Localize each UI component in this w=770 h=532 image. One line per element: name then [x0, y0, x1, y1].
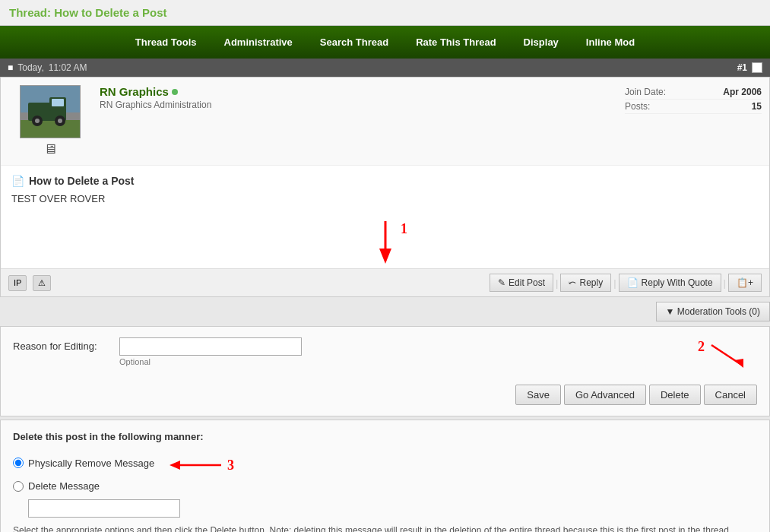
reason-input-area: Optional: [119, 337, 681, 366]
ip-button[interactable]: IP: [8, 275, 27, 291]
svg-text:1: 1: [401, 221, 407, 236]
nav-administrative[interactable]: Administrative: [211, 26, 306, 59]
reason-row: Reason for Editing: Optional 2: [13, 337, 757, 378]
nav-thread-tools[interactable]: Thread Tools: [122, 26, 211, 59]
join-date-row: Join Date: Apr 2006: [625, 85, 762, 100]
reply-with-quote-button[interactable]: 📄 Reply With Quote: [619, 274, 721, 292]
delete-message-option[interactable]: Delete Message: [13, 480, 757, 492]
join-date-label: Join Date:: [625, 87, 666, 97]
form-actions: Save Go Advanced Delete Cancel: [13, 385, 757, 405]
post-select-checkbox[interactable]: [752, 62, 762, 73]
quote-icon: 📄: [627, 277, 638, 288]
delete-warning: Select the appropriate options and then …: [13, 524, 757, 532]
option1-row: Physically Remove Message 3: [13, 450, 757, 480]
post-icon: ■: [8, 62, 13, 73]
delete-section: Delete this post in the following manner…: [0, 420, 770, 532]
separator-2: |: [612, 277, 617, 289]
nav-bar: Thread Tools Administrative Search Threa…: [0, 26, 770, 59]
nav-display[interactable]: Display: [510, 26, 572, 59]
post-date: Today,: [17, 62, 43, 73]
arrow-2-svg: 2: [696, 337, 757, 375]
annotation-2: 2: [681, 337, 757, 378]
annotation-arrow-1: 1: [1, 214, 769, 268]
svg-marker-17: [170, 461, 180, 470]
svg-text:3: 3: [227, 458, 234, 473]
svg-point-9: [58, 119, 62, 123]
delete-message-label: Delete Message: [28, 480, 100, 492]
delete-title: Delete this post in the following manner…: [13, 431, 757, 442]
svg-rect-5: [52, 99, 64, 106]
monitor-icon: 🖥: [43, 141, 57, 157]
join-date-value: Apr 2006: [708, 87, 762, 97]
reason-input[interactable]: [119, 337, 302, 356]
mod-tools-bar: ▼ Moderation Tools (0): [0, 297, 770, 326]
edit-icon: ✎: [498, 277, 505, 288]
delete-button[interactable]: Delete: [649, 385, 701, 405]
post-meta-right: #1: [737, 62, 762, 73]
edit-form: Reason for Editing: Optional 2 Save Go A…: [0, 326, 770, 416]
nav-rate-this-thread[interactable]: Rate This Thread: [402, 26, 509, 59]
svg-marker-15: [734, 359, 743, 368]
reason-label: Reason for Editing:: [13, 337, 119, 352]
posts-row: Posts: 15: [625, 100, 762, 114]
action-icons: IP ⚠: [8, 275, 51, 291]
nav-search-thread[interactable]: Search Thread: [306, 26, 402, 59]
action-bar: IP ⚠ ✎ Edit Post | ⤺ Reply | 📄 Reply Wit…: [1, 268, 769, 296]
physically-remove-label: Physically Remove Message: [28, 458, 154, 469]
arrow-3-svg: 3: [160, 450, 252, 480]
delete-message-radio[interactable]: [13, 481, 24, 492]
posts-value: 15: [737, 101, 762, 112]
post-title: How to Delete a Post: [29, 175, 134, 187]
reply-icon: ⤺: [569, 277, 576, 288]
moderation-tools-button[interactable]: ▼ Moderation Tools (0): [656, 302, 770, 321]
optional-hint: Optional: [119, 357, 681, 366]
user-title: RN Graphics Administration: [100, 100, 625, 110]
document-icon: 📄: [11, 175, 24, 187]
online-indicator: [172, 89, 178, 95]
svg-text:2: 2: [698, 339, 705, 354]
posts-label: Posts:: [625, 101, 650, 112]
page-title-prefix: Thread:: [9, 6, 51, 19]
post-body: 📄 How to Delete a Post TEST OVER ROVER: [1, 166, 769, 214]
separator-1: |: [554, 277, 559, 289]
nav-inline-mod[interactable]: Inline Mod: [572, 26, 648, 59]
avatar-area: 🖥: [8, 85, 92, 157]
user-info: RN Graphics RN Graphics Administration: [92, 85, 625, 157]
edit-post-button[interactable]: ✎ Edit Post: [490, 274, 553, 292]
post-container: 🖥 RN Graphics RN Graphics Administration…: [0, 77, 770, 297]
reply-with-quote-label: Reply With Quote: [642, 277, 713, 288]
delete-note-input[interactable]: [28, 499, 180, 518]
post-meta-bar: ■ Today, 11:02 AM #1: [0, 59, 770, 77]
page-title-main: How to Delete a Post: [54, 6, 166, 19]
multipost-button[interactable]: 📋+: [728, 274, 762, 292]
cancel-button[interactable]: Cancel: [704, 385, 757, 405]
post-number: #1: [737, 62, 747, 73]
physically-remove-radio[interactable]: [13, 458, 24, 468]
post-header: 🖥 RN Graphics RN Graphics Administration…: [1, 78, 769, 166]
save-button[interactable]: Save: [515, 385, 561, 405]
reply-label: Reply: [579, 277, 603, 288]
page-title-bar: Thread: How to Delete a Post: [0, 0, 770, 26]
reply-button[interactable]: ⤺ Reply: [560, 274, 611, 292]
avatar: [20, 85, 81, 138]
svg-point-7: [35, 119, 40, 123]
username: RN Graphics: [100, 85, 169, 98]
svg-marker-12: [379, 249, 391, 264]
arrow-down-svg: 1: [355, 220, 416, 265]
edit-post-label: Edit Post: [509, 277, 545, 288]
svg-rect-2: [21, 120, 80, 138]
post-time: 11:02 AM: [49, 62, 87, 73]
post-text: TEST OVER ROVER: [11, 193, 759, 204]
action-buttons: ✎ Edit Post | ⤺ Reply | 📄 Reply With Quo…: [490, 274, 762, 292]
post-title-line: 📄 How to Delete a Post: [11, 175, 759, 187]
separator-3: |: [722, 277, 727, 289]
go-advanced-button[interactable]: Go Advanced: [564, 385, 646, 405]
report-button[interactable]: ⚠: [33, 275, 51, 291]
post-stats: Join Date: Apr 2006 Posts: 15: [625, 85, 762, 157]
post-meta-left: ■ Today, 11:02 AM: [8, 62, 87, 73]
physically-remove-option[interactable]: Physically Remove Message: [13, 458, 154, 469]
